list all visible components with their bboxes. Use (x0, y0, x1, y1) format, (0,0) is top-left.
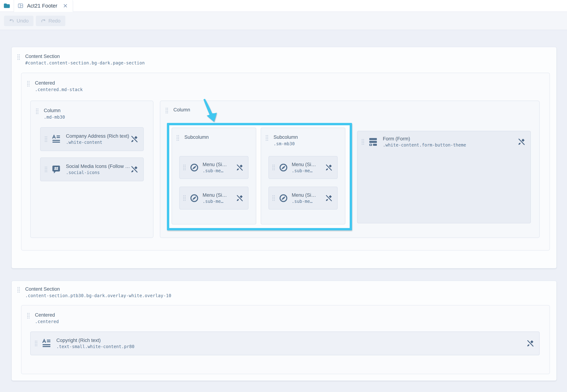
tab-title: Act21 Footer (27, 3, 57, 9)
module-title: Menu (Si… (203, 161, 227, 168)
module-title: Form (Form) (383, 136, 466, 142)
drag-handle-icon[interactable] (183, 195, 186, 201)
module-classes: .sub-me… (292, 198, 316, 204)
edit-disabled-icon[interactable] (130, 135, 138, 143)
drag-handle-icon[interactable] (272, 165, 275, 170)
drag-handle-icon[interactable] (17, 54, 20, 60)
module-classes: .text-small.white-content.pr80 (56, 344, 134, 350)
centered-label: Centered (35, 80, 83, 86)
subcolumn-header: Subcolumn .sm-mb30 (266, 134, 345, 150)
column-right[interactable]: Column Su (160, 101, 540, 238)
module-classes: .white-content (66, 139, 129, 145)
module-menu[interactable]: Menu (Si… .sub-me… (269, 156, 338, 179)
drag-handle-icon[interactable] (183, 165, 186, 170)
module-copyright[interactable]: Copyright (Rich text) .text-small.white-… (30, 332, 540, 355)
centered-header: Centered .centered.md-stack (27, 80, 550, 96)
module-title: Menu (Si… (292, 192, 316, 198)
form-icon (368, 137, 378, 147)
drag-handle-icon[interactable] (166, 108, 168, 113)
cyan-arrow-icon (200, 99, 217, 122)
subcolumn-label: Subcolumn (273, 134, 298, 140)
module-classes: .sub-me… (292, 168, 316, 174)
drag-handle-icon[interactable] (272, 195, 275, 201)
edit-disabled-icon[interactable] (236, 164, 243, 171)
subcolumn-sm-mb30[interactable]: Subcolumn .sm-mb30 Menu (Si… . (261, 128, 345, 224)
module-social-media-icons[interactable]: Social Media Icons (Follow … .social-ico… (40, 157, 144, 181)
drag-handle-icon[interactable] (362, 139, 364, 145)
module-form[interactable]: Form (Form) .white-content.form-button-t… (357, 131, 531, 223)
module-menu[interactable]: Menu (Si… .sub-me… (269, 187, 338, 210)
drag-handle-icon[interactable] (36, 109, 38, 114)
subcolumn-label: Subcolumn (184, 134, 209, 140)
centered[interactable]: Centered .centered Copyright (Rich text)… (21, 305, 550, 374)
centered-header: Centered .centered (27, 311, 550, 328)
finder-folder-button[interactable] (0, 0, 14, 12)
column-classes: .md-mb30 (44, 114, 65, 120)
module-company-address[interactable]: Company Address (Rich text) .white-conte… (40, 127, 144, 151)
edit-disabled-icon[interactable] (236, 194, 243, 202)
layout-canvas: Content Section #contact.content-section… (0, 30, 567, 392)
column-header: Column (166, 106, 539, 123)
section-header: Content Section .content-section.ptb30.b… (17, 286, 556, 302)
subcolumn-left[interactable]: Subcolumn Menu (Si… .sub-me… (171, 128, 256, 224)
rich-text-icon (51, 134, 61, 144)
section-label: Content Section (25, 53, 145, 60)
layout-template-icon (18, 3, 23, 9)
subcolumn-header: Subcolumn (177, 134, 256, 150)
centered-md-stack[interactable]: Centered .centered.md-stack Column .md-m… (21, 73, 550, 251)
module-title: Social Media Icons (Follow … (66, 163, 130, 169)
column-header: Column .md-mb30 (36, 107, 153, 124)
centered-classes: .centered (35, 318, 59, 325)
redo-arrow-icon (41, 18, 46, 24)
drag-handle-icon[interactable] (45, 136, 47, 142)
module-menu[interactable]: Menu (Si… .sub-me… (179, 187, 248, 210)
highlight-annotation-box: Subcolumn Menu (Si… .sub-me… (167, 123, 352, 230)
undo-arrow-icon (9, 18, 14, 24)
module-title: Menu (Si… (292, 161, 316, 168)
editor-toolbar: Undo Redo (0, 12, 567, 30)
compass-menu-icon (190, 163, 199, 172)
drag-handle-icon[interactable] (45, 167, 47, 172)
undo-button[interactable]: Undo (4, 16, 33, 26)
content-section-bottom[interactable]: Content Section .content-section.ptb30.b… (11, 280, 557, 381)
module-title: Copyright (Rich text) (56, 337, 134, 344)
edit-disabled-icon[interactable] (325, 194, 333, 202)
social-follow-icon (51, 164, 61, 174)
module-classes: .sub-me… (203, 198, 227, 204)
module-title: Menu (Si… (203, 192, 227, 198)
tab-act21-footer[interactable]: Act21 Footer (14, 0, 73, 12)
edit-disabled-icon[interactable] (325, 164, 333, 171)
edit-disabled-icon[interactable] (130, 165, 138, 173)
module-title: Company Address (Rich text) (66, 133, 129, 139)
tab-bar-filler (73, 0, 567, 12)
drag-handle-icon[interactable] (27, 313, 29, 319)
edit-disabled-icon[interactable] (526, 339, 534, 347)
subcolumn-classes: .sm-mb30 (273, 140, 298, 147)
top-tab-bar: Act21 Footer (0, 0, 567, 12)
drag-handle-icon[interactable] (27, 81, 29, 86)
drag-handle-icon[interactable] (17, 287, 20, 293)
content-section-contact[interactable]: Content Section #contact.content-section… (11, 47, 557, 268)
compass-menu-icon (190, 194, 199, 203)
module-classes: .white-content.form-button-theme (383, 142, 466, 148)
redo-label: Redo (48, 18, 60, 24)
drag-handle-icon[interactable] (177, 135, 179, 141)
module-menu[interactable]: Menu (Si… .sub-me… (179, 156, 248, 179)
compass-menu-icon (279, 194, 288, 203)
rich-text-icon (41, 338, 52, 349)
module-classes: .sub-me… (203, 168, 227, 174)
column-label: Column (44, 107, 65, 114)
folder-icon (3, 2, 11, 10)
centered-classes: .centered.md-stack (35, 86, 83, 93)
module-classes: .social-icons (66, 169, 130, 176)
section-classes: .content-section.ptb30.bg-dark.overlay-w… (25, 293, 171, 299)
compass-menu-icon (279, 163, 288, 172)
redo-button[interactable]: Redo (36, 16, 65, 26)
section-header: Content Section #contact.content-section… (17, 53, 556, 70)
drag-handle-icon[interactable] (266, 135, 268, 141)
drag-handle-icon[interactable] (35, 341, 37, 346)
undo-label: Undo (16, 18, 29, 24)
close-icon[interactable] (63, 3, 68, 8)
column-md-mb30[interactable]: Column .md-mb30 Company Address (Rich te… (30, 101, 153, 238)
edit-disabled-icon[interactable] (517, 138, 525, 146)
